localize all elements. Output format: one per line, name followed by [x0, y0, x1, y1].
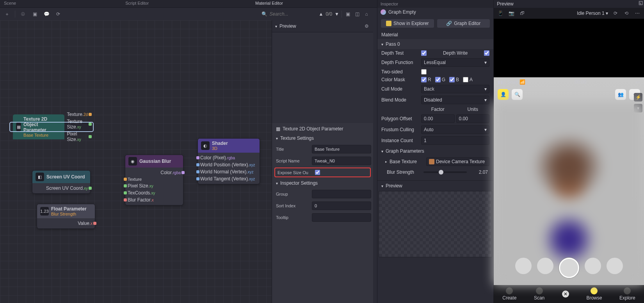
- depth-test-checkbox[interactable]: [421, 50, 427, 56]
- lens-carousel[interactable]: [494, 258, 644, 278]
- resize-handle[interactable]: ◱: [639, 0, 644, 5]
- instance-count-input[interactable]: 1: [421, 136, 489, 145]
- instance-count-label: Instance Count: [381, 138, 419, 143]
- shader-icon: ◐: [201, 141, 210, 150]
- multi-device-icon[interactable]: 🗗: [519, 10, 526, 17]
- comment-icon[interactable]: 💬: [43, 10, 50, 18]
- polygon-offset-label: Polygon Offset: [381, 116, 419, 121]
- pass-0-header[interactable]: ▾Pass 0: [377, 39, 493, 49]
- search-phone-icon[interactable]: 🔍: [512, 89, 523, 100]
- nav-explore[interactable]: Explore: [619, 287, 635, 301]
- blur-strength-slider[interactable]: [423, 171, 467, 173]
- base-texture-label: Base Texture: [390, 159, 424, 164]
- search-icon: 🔍: [262, 11, 267, 17]
- color-mask-r-checkbox[interactable]: [421, 77, 427, 82]
- lens-item[interactable]: [607, 258, 623, 274]
- cull-mode-select[interactable]: Back▾: [421, 85, 489, 93]
- frame-icon[interactable]: ▣: [31, 10, 39, 18]
- inspector-settings-header[interactable]: ▾Inspector Settings: [272, 178, 373, 188]
- gear-icon[interactable]: ⚙: [363, 23, 370, 30]
- node-gaussian-blur[interactable]: ◉ Gaussian Blur Color.rgba Texture Pixel…: [125, 155, 183, 205]
- phone-preview: ▮▮▯ Snap 📶 00:00 ▭ 👤 🔍 👥 ⟲ ⚡ ▾: [494, 77, 644, 303]
- device-icon[interactable]: 📱: [497, 10, 504, 17]
- depth-function-label: Depth Function: [381, 60, 419, 65]
- depth-write-label: Depth Write: [429, 50, 482, 56]
- preview-panel: Preview ◱ 📱 📷 🗗 Idle Person 1 ▾ ⟳ ⟲ ⋯ ▮▮…: [493, 0, 644, 303]
- graph-parameters-header[interactable]: ▾Graph Parameters: [377, 146, 493, 156]
- home-icon[interactable]: ⌂: [363, 11, 370, 18]
- tab-material-editor[interactable]: Material Editor: [251, 0, 287, 7]
- base-texture-select[interactable]: Device Camera Texture: [426, 157, 489, 166]
- polygon-offset-units-input[interactable]: 0.00: [456, 114, 490, 123]
- tab-inspector[interactable]: Inspector: [377, 0, 493, 8]
- material-editor-toolbar: ＋ ⦾ ▣ 💬 ⟳ 🔍 ▲ 0/0 ▼ ▣ ◫ ⌂: [0, 8, 373, 20]
- two-sided-checkbox[interactable]: [421, 69, 427, 75]
- fit-icon[interactable]: ▣: [344, 11, 351, 18]
- uv-icon: ◧: [36, 173, 44, 181]
- depth-write-checkbox[interactable]: [484, 50, 489, 56]
- frustum-culling-label: Frustum Culling: [381, 127, 419, 132]
- sort-index-input[interactable]: [312, 201, 371, 210]
- depth-test-label: Depth Test: [381, 50, 419, 56]
- inspector-preview-header[interactable]: ▾Preview: [377, 181, 493, 191]
- lens-item[interactable]: [515, 258, 532, 274]
- node-title: Float Parameter: [51, 206, 87, 212]
- nav-close[interactable]: ✕: [562, 291, 569, 298]
- color-mask-a-checkbox[interactable]: [463, 77, 468, 82]
- frustum-culling-select[interactable]: Auto▾: [421, 125, 489, 134]
- preview-preset-select[interactable]: Idle Person 1 ▾: [577, 11, 608, 16]
- lens-item[interactable]: [537, 258, 553, 274]
- camera-icon[interactable]: 📷: [508, 10, 515, 17]
- add-friend-icon[interactable]: 👥: [615, 89, 626, 100]
- color-mask-b-checkbox[interactable]: [449, 77, 455, 82]
- flash-icon[interactable]: ⚡: [634, 93, 642, 102]
- material-preview-checker: [379, 191, 492, 257]
- battery-icon: ▭: [636, 79, 640, 85]
- graph-editor-button[interactable]: 🔗Graph Editor: [437, 19, 491, 28]
- search-input[interactable]: [270, 11, 317, 17]
- title-input[interactable]: [312, 145, 371, 153]
- node-title: Shader: [212, 141, 228, 146]
- tab-scene[interactable]: Scene: [0, 0, 20, 7]
- node-screen-uv-coord[interactable]: ◧ Screen UV Coord Screen UV Coord.xy: [32, 170, 91, 194]
- node-texture2d-object-parameter[interactable]: ▦ Texture 2D Object Parameter Base Textu…: [10, 123, 93, 131]
- polygon-offset-factor-input[interactable]: 0.00: [421, 114, 455, 123]
- reload-icon[interactable]: ⟳: [612, 10, 619, 17]
- color-mask-g-checkbox[interactable]: [435, 77, 441, 82]
- nav-down-icon[interactable]: ▼: [334, 11, 339, 17]
- tab-preview[interactable]: Preview: [497, 1, 514, 7]
- expose-size-label: Expose Size Ou: [278, 170, 313, 175]
- nav-browse[interactable]: Browse: [586, 287, 602, 301]
- node-shader[interactable]: ◐ Shader 3D Color (Pixel).rgba World Pos…: [197, 138, 260, 184]
- more-icon[interactable]: ⋯: [634, 10, 641, 17]
- blur-strength-value[interactable]: 2.07: [470, 169, 489, 176]
- depth-function-select[interactable]: LessEqual▾: [421, 58, 489, 67]
- float-icon: 1.23: [40, 207, 49, 216]
- add-node-button[interactable]: ＋: [3, 10, 11, 18]
- cull-mode-label: Cull Mode: [381, 86, 419, 92]
- explorer-icon: [386, 21, 391, 26]
- blend-mode-select[interactable]: Disabled▾: [421, 96, 489, 104]
- group-input[interactable]: [312, 190, 371, 198]
- chevron-down-icon[interactable]: ▾: [275, 24, 277, 29]
- expand-icon[interactable]: ◫: [354, 11, 361, 18]
- node-float-parameter[interactable]: 1.23 Float Parameter Blur Strength Value…: [37, 204, 95, 229]
- profile-icon[interactable]: 👤: [498, 89, 509, 100]
- tab-bar-me: Material Editor: [251, 0, 377, 8]
- tooltip-input[interactable]: [312, 213, 371, 222]
- expose-size-checkbox[interactable]: [315, 170, 320, 175]
- tab-script-editor[interactable]: Script Editor: [121, 0, 153, 7]
- node-title: Texture 2D Object Parameter: [23, 116, 61, 133]
- snap-icon[interactable]: ⦾: [19, 10, 27, 18]
- texture-settings-header[interactable]: ▾Texture Settings: [272, 133, 373, 143]
- nav-create[interactable]: Create: [502, 287, 516, 301]
- sort-index-label: Sort Index: [276, 203, 310, 208]
- restart-icon[interactable]: ⟲: [623, 10, 630, 17]
- refresh-icon[interactable]: ⟳: [54, 10, 62, 18]
- nav-scan[interactable]: Scan: [534, 287, 544, 301]
- show-in-explorer-button[interactable]: Show in Explorer: [381, 19, 434, 28]
- lens-item[interactable]: [585, 258, 601, 274]
- capture-button[interactable]: [559, 258, 579, 278]
- script-name-input[interactable]: [312, 157, 371, 165]
- nav-up-icon[interactable]: ▲: [319, 11, 324, 17]
